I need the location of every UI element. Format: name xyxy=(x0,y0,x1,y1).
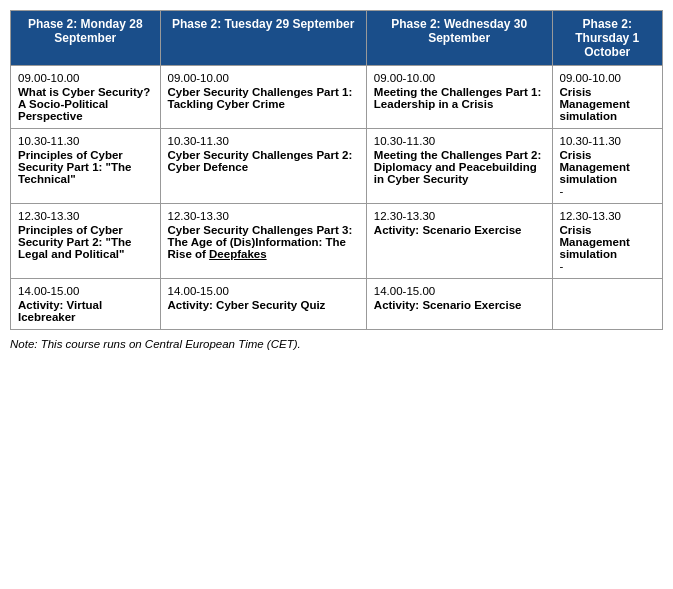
time-slot: 09.00-10.00 xyxy=(374,72,545,84)
note: Note: This course runs on Central Europe… xyxy=(10,338,663,350)
session-title: Principles of Cyber Security Part 1: "Th… xyxy=(18,149,131,185)
table-cell: 10.30-11.30Principles of Cyber Security … xyxy=(11,129,161,204)
session-title: Activity: Cyber Security Quiz xyxy=(168,299,326,311)
time-slot: 14.00-15.00 xyxy=(374,285,545,297)
session-title: What is Cyber Security? A Socio-Politica… xyxy=(18,86,150,122)
header-monday: Phase 2: Monday 28 September xyxy=(11,11,161,66)
session-title: Meeting the Challenges Part 2: Diplomacy… xyxy=(374,149,541,185)
time-slot: 12.30-13.30 xyxy=(560,210,655,222)
session-title: Crisis Management simulation xyxy=(560,86,630,122)
table-cell: 14.00-15.00Activity: Cyber Security Quiz xyxy=(160,279,366,330)
time-slot: 14.00-15.00 xyxy=(168,285,359,297)
session-title: Activity: Scenario Exercise xyxy=(374,224,522,236)
table-cell: 09.00-10.00Meeting the Challenges Part 1… xyxy=(366,66,552,129)
time-slot: 10.30-11.30 xyxy=(374,135,545,147)
table-cell: 10.30-11.30Crisis Management simulation- xyxy=(552,129,662,204)
session-title: Activity: Virtual Icebreaker xyxy=(18,299,102,323)
time-slot: 10.30-11.30 xyxy=(560,135,655,147)
table-cell: 12.30-13.30Principles of Cyber Security … xyxy=(11,204,161,279)
table-row: 10.30-11.30Principles of Cyber Security … xyxy=(11,129,663,204)
table-cell: 14.00-15.00Activity: Virtual Icebreaker xyxy=(11,279,161,330)
table-cell: 10.30-11.30Meeting the Challenges Part 2… xyxy=(366,129,552,204)
schedule-table: Phase 2: Monday 28 September Phase 2: Tu… xyxy=(10,10,663,330)
table-cell: 10.30-11.30Cyber Security Challenges Par… xyxy=(160,129,366,204)
table-row: 12.30-13.30Principles of Cyber Security … xyxy=(11,204,663,279)
time-slot: 10.30-11.30 xyxy=(18,135,153,147)
time-slot: 12.30-13.30 xyxy=(168,210,359,222)
session-title: Meeting the Challenges Part 1: Leadershi… xyxy=(374,86,541,110)
session-title: Crisis Management simulation xyxy=(560,149,630,185)
table-cell: 09.00-10.00What is Cyber Security? A Soc… xyxy=(11,66,161,129)
table-cell: 09.00-10.00Crisis Management simulation xyxy=(552,66,662,129)
table-cell: 12.30-13.30Crisis Management simulation- xyxy=(552,204,662,279)
time-slot: 12.30-13.30 xyxy=(374,210,545,222)
session-title: Activity: Scenario Exercise xyxy=(374,299,522,311)
time-slot: 09.00-10.00 xyxy=(168,72,359,84)
header-tuesday: Phase 2: Tuesday 29 September xyxy=(160,11,366,66)
table-row: 14.00-15.00Activity: Virtual Icebreaker1… xyxy=(11,279,663,330)
time-slot: 09.00-10.00 xyxy=(560,72,655,84)
session-title: Cyber Security Challenges Part 2: Cyber … xyxy=(168,149,353,173)
dash: - xyxy=(560,260,564,272)
time-slot: 14.00-15.00 xyxy=(18,285,153,297)
table-cell: 12.30-13.30Activity: Scenario Exercise xyxy=(366,204,552,279)
header-thursday: Phase 2: Thursday 1 October xyxy=(552,11,662,66)
dash: - xyxy=(560,185,564,197)
table-cell xyxy=(552,279,662,330)
session-title: Principles of Cyber Security Part 2: "Th… xyxy=(18,224,131,260)
table-row: 09.00-10.00What is Cyber Security? A Soc… xyxy=(11,66,663,129)
time-slot: 09.00-10.00 xyxy=(18,72,153,84)
table-cell: 09.00-10.00Cyber Security Challenges Par… xyxy=(160,66,366,129)
table-cell: 12.30-13.30Cyber Security Challenges Par… xyxy=(160,204,366,279)
time-slot: 10.30-11.30 xyxy=(168,135,359,147)
header-wednesday: Phase 2: Wednesday 30 September xyxy=(366,11,552,66)
session-title: Cyber Security Challenges Part 1: Tackli… xyxy=(168,86,353,110)
table-cell: 14.00-15.00Activity: Scenario Exercise xyxy=(366,279,552,330)
time-slot: 12.30-13.30 xyxy=(18,210,153,222)
session-title: Crisis Management simulation xyxy=(560,224,630,260)
session-title: Cyber Security Challenges Part 3: The Ag… xyxy=(168,224,353,260)
